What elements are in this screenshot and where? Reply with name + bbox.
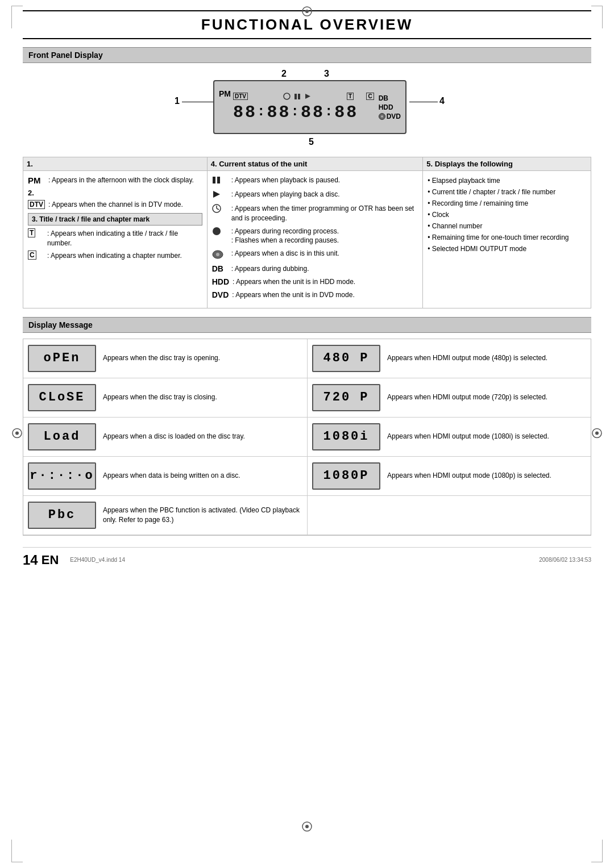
- lcd-display-small: 1080i: [312, 423, 380, 450]
- c-box: C: [366, 93, 374, 100]
- sep3: :: [325, 104, 334, 119]
- pause-icon-label: [212, 176, 228, 186]
- lcd-panel: PM DTV: [213, 80, 406, 134]
- record-flash: : Flashes when a recording pauses.: [231, 236, 339, 245]
- sep1: :: [257, 104, 266, 119]
- display-msg-item: PbcAppears when the PBC function is acti…: [23, 496, 307, 535]
- svg-marker-11: [305, 94, 310, 99]
- dvd-disc-icon: [379, 113, 385, 120]
- col3-list-item: Remaining time for one-touch timer recor…: [428, 232, 586, 243]
- play-desc: : Appears when playing back a disc.: [231, 190, 340, 199]
- dtv-desc: : Appears when the channel is in DTV mod…: [48, 200, 183, 210]
- footer-filename: E2H40UD_v4.indd 14: [70, 557, 125, 563]
- dvd-desc: : Appears when the unit is in DVD mode.: [232, 290, 354, 300]
- en-label: EN: [42, 553, 59, 567]
- diagram-label-1: 1: [175, 96, 180, 106]
- msg-text: Appears when a disc is loaded on the dis…: [103, 432, 245, 441]
- play-icon-label: [212, 190, 228, 201]
- page-wrapper: FUNCTIONAL OVERVIEW Front Panel Display …: [23, 0, 591, 574]
- db-icon-label: DB: [212, 264, 228, 273]
- svg-point-7: [305, 825, 309, 828]
- info-col-1: 1. PM : Appears in the afternoon with th…: [23, 157, 208, 308]
- compass-left-mark: [11, 428, 23, 441]
- play-item: : Appears when playing back a disc.: [212, 190, 418, 201]
- db-item: DB : Appears during dubbing.: [212, 264, 418, 274]
- pm-icon: PM: [28, 176, 45, 185]
- sep2: :: [291, 104, 300, 119]
- info-col-2: 4. Current status of the unit : Appears …: [208, 157, 423, 308]
- pm-item: PM : Appears in the afternoon with the c…: [28, 176, 202, 185]
- lcd-row1: DTV T C: [233, 93, 374, 101]
- disc-icon-label: [212, 249, 228, 261]
- msg-text: Appears when the disc tray is opening.: [103, 353, 220, 363]
- display-msg-item: LoadAppears when a disc is loaded on the…: [23, 418, 307, 457]
- lcd-display-small: r·:·:·o: [28, 462, 96, 490]
- svg-rect-15: [217, 177, 220, 183]
- col3-list-item: Elapsed playback time: [428, 176, 586, 186]
- seg6: 8: [313, 103, 324, 122]
- dvd-icon-label: DVD: [212, 290, 229, 299]
- svg-rect-9: [294, 94, 297, 99]
- msg-text: Appears when HDMI output mode (1080p) is…: [387, 471, 551, 481]
- t-item: T : Appears when indicating a title / tr…: [28, 229, 202, 248]
- lcd-right-labels: DB HDD DVD: [379, 94, 401, 120]
- display-msg-item: 480 PAppears when HDMI output mode (480p…: [307, 339, 591, 378]
- lcd-display-small: Load: [28, 423, 96, 450]
- display-msg-item: oPEnAppears when the disc tray is openin…: [23, 339, 307, 378]
- lcd-display-small: 480 P: [312, 345, 380, 372]
- timer-item: : Appears when the timer programming or …: [212, 204, 418, 223]
- display-msg-item: CLoSEAppears when the disc tray is closi…: [23, 378, 307, 418]
- diagram-label-2: 2: [281, 69, 287, 79]
- svg-point-3: [15, 432, 19, 435]
- hdd-desc: : Appears when the unit is in HDD mode.: [233, 277, 355, 287]
- t-desc: : Appears when indicating a title / trac…: [47, 229, 202, 248]
- msg-text: Appears when HDMI output mode (1080i) is…: [387, 432, 549, 441]
- display-msg-item: 720 PAppears when HDMI output mode (720p…: [307, 378, 591, 418]
- svg-point-13: [381, 115, 383, 118]
- play-icon: [304, 93, 312, 100]
- svg-point-5: [595, 432, 599, 435]
- msg-text: Appears when HDMI output mode (480p) is …: [387, 353, 547, 363]
- pm-desc: : Appears in the afternoon with the cloc…: [48, 176, 194, 185]
- arrow-4: [409, 102, 438, 102]
- db-desc: : Appears during dubbing.: [231, 264, 309, 274]
- seg1: 8: [233, 103, 244, 122]
- lcd-display-small: Pbc: [28, 502, 96, 529]
- compass-right-mark: [591, 428, 603, 441]
- seg7: 8: [334, 103, 346, 122]
- lcd-display-small: 720 P: [312, 384, 380, 411]
- play-symbol-icon: [212, 190, 221, 199]
- svg-line-19: [217, 208, 219, 210]
- msg-text: Appears when the PBC function is activat…: [103, 506, 302, 525]
- section2-header: Display Message: [23, 317, 591, 333]
- db-label: DB: [379, 94, 388, 102]
- diagram-area: 2 3 1 PM DTV: [151, 69, 463, 151]
- dvd-label-row: DVD: [379, 112, 401, 120]
- section1-header: Front Panel Display: [23, 47, 591, 63]
- record-desc: : Appears during recording process.: [231, 227, 339, 236]
- col3-list-item: Clock: [428, 210, 586, 220]
- dtv-box: DTV: [233, 93, 248, 100]
- col3-header-text: 5. Displays the following: [426, 160, 513, 168]
- lcd-display-small: oPEn: [28, 345, 96, 372]
- pause-item: : Appears when playback is paused.: [212, 176, 418, 186]
- msg-text: Appears when HDMI output mode (720p) is …: [387, 393, 547, 402]
- lcd-inner: DTV T C: [233, 93, 374, 122]
- svg-point-22: [216, 253, 219, 256]
- record-circle-icon: [283, 93, 291, 100]
- seg4: 8: [279, 103, 290, 122]
- col1-header-text: 1.: [27, 160, 33, 168]
- col3-list-item: Recording time / remaining time: [428, 198, 586, 208]
- compass-bottom-mark: [301, 821, 313, 834]
- seg2: 8: [245, 103, 256, 122]
- svg-point-1: [305, 10, 309, 13]
- section3-title: 3. Title / track / file and chapter mark: [28, 213, 202, 226]
- t-box: T: [347, 93, 354, 100]
- seg5: 8: [301, 103, 312, 122]
- diagram-label-3: 3: [324, 69, 329, 79]
- col3-list-item: Channel number: [428, 221, 586, 231]
- arrow-1: [182, 102, 213, 102]
- hdd-item: HDD : Appears when the unit is in HDD mo…: [212, 277, 418, 287]
- col2-header-text: 4. Current status of the unit: [211, 160, 308, 168]
- pause-desc: : Appears when playback is paused.: [231, 176, 340, 185]
